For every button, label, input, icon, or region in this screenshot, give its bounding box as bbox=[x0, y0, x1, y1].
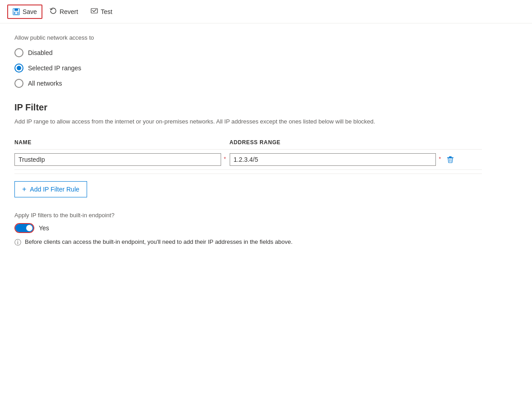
public-network-section: Allow public network access to Disabled … bbox=[14, 34, 482, 88]
public-network-label: Allow public network access to bbox=[14, 34, 482, 41]
svg-rect-3 bbox=[15, 12, 18, 14]
radio-label-disabled: Disabled bbox=[28, 49, 52, 56]
name-input-wrap: * bbox=[14, 153, 226, 166]
toggle-thumb bbox=[26, 225, 32, 231]
col-action-header bbox=[444, 136, 482, 150]
radio-label-all-networks: All networks bbox=[28, 80, 62, 87]
main-content: Allow public network access to Disabled … bbox=[0, 23, 496, 265]
info-icon: ⓘ bbox=[14, 238, 21, 247]
toolbar: Save Revert Test bbox=[0, 0, 532, 23]
trash-icon bbox=[446, 155, 454, 164]
svg-rect-5 bbox=[449, 156, 452, 157]
info-text: Before clients can access the built-in e… bbox=[25, 238, 292, 245]
apply-label: Apply IP filters to the built-in endpoin… bbox=[14, 212, 482, 219]
delete-rule-button[interactable] bbox=[444, 154, 456, 165]
network-radio-group: Disabled Selected IP ranges All networks bbox=[14, 48, 482, 88]
revert-button[interactable]: Revert bbox=[44, 4, 83, 19]
radio-circle-selected-ip bbox=[14, 64, 23, 73]
save-label: Save bbox=[23, 8, 37, 15]
radio-disabled[interactable]: Disabled bbox=[14, 48, 482, 57]
save-button[interactable]: Save bbox=[7, 5, 42, 19]
test-icon bbox=[91, 7, 98, 16]
info-note: ⓘ Before clients can access the built-in… bbox=[14, 238, 482, 247]
svg-rect-4 bbox=[91, 9, 97, 13]
col-name-header: NAME bbox=[14, 136, 230, 150]
revert-label: Revert bbox=[60, 8, 78, 15]
address-required-star: * bbox=[439, 156, 441, 162]
radio-circle-disabled bbox=[14, 48, 23, 57]
address-cell: * bbox=[230, 150, 445, 170]
plus-icon: + bbox=[22, 185, 26, 193]
action-cell bbox=[444, 150, 482, 170]
table-separator bbox=[14, 174, 482, 174]
address-input-wrap: * bbox=[230, 153, 441, 166]
radio-selected-ip-ranges[interactable]: Selected IP ranges bbox=[14, 64, 482, 73]
radio-all-networks[interactable]: All networks bbox=[14, 79, 482, 88]
ip-filter-title: IP Filter bbox=[14, 102, 482, 113]
apply-toggle[interactable] bbox=[14, 223, 34, 233]
save-icon bbox=[13, 8, 20, 15]
svg-rect-1 bbox=[14, 9, 18, 11]
ip-filter-section: IP Filter Add IP range to allow access f… bbox=[14, 102, 482, 197]
ip-filter-description: Add IP range to allow access from the in… bbox=[14, 118, 421, 125]
ip-filter-table: NAME ADDRESS RANGE * bbox=[14, 136, 482, 170]
name-input[interactable] bbox=[14, 153, 221, 166]
test-button[interactable]: Test bbox=[85, 4, 118, 19]
add-rule-label: Add IP Filter Rule bbox=[30, 186, 79, 193]
name-required-star: * bbox=[224, 156, 226, 162]
name-cell: * bbox=[14, 150, 230, 170]
svg-rect-6 bbox=[447, 157, 453, 158]
revert-icon bbox=[50, 7, 57, 16]
add-ip-filter-rule-button[interactable]: + Add IP Filter Rule bbox=[14, 181, 87, 197]
col-address-header: ADDRESS RANGE bbox=[230, 136, 445, 150]
test-label: Test bbox=[101, 8, 112, 15]
toggle-value: Yes bbox=[39, 224, 49, 232]
radio-label-selected-ip: Selected IP ranges bbox=[28, 64, 81, 72]
toggle-row: Yes bbox=[14, 223, 482, 233]
radio-circle-all-networks bbox=[14, 79, 23, 88]
address-input[interactable] bbox=[230, 153, 436, 166]
apply-ip-filters-section: Apply IP filters to the built-in endpoin… bbox=[14, 212, 482, 247]
table-row: * * bbox=[14, 150, 482, 170]
